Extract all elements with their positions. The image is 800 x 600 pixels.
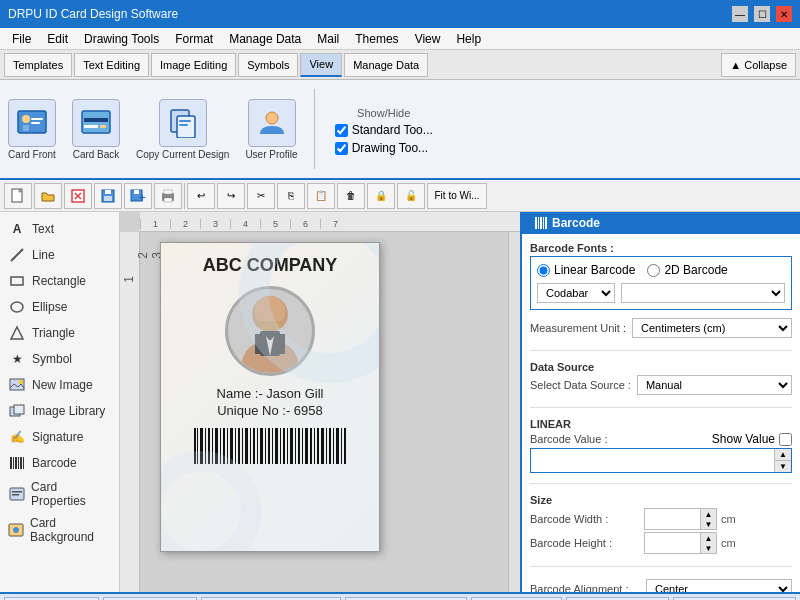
tool-new-image[interactable]: New Image bbox=[0, 372, 119, 398]
id-card-canvas[interactable]: ABC COMPANY Name :- Jason Gill Unique No… bbox=[160, 242, 380, 552]
tab-view[interactable]: View bbox=[300, 53, 342, 77]
tab-manage-data[interactable]: Manage Data bbox=[344, 53, 428, 77]
data-source-select[interactable]: Manual Database CSV bbox=[637, 375, 792, 395]
tab-text-editing[interactable]: Text Editing bbox=[74, 53, 149, 77]
drawing-toolbar-checkbox[interactable] bbox=[335, 142, 348, 155]
menu-themes[interactable]: Themes bbox=[347, 30, 406, 48]
svg-rect-73 bbox=[272, 428, 273, 464]
barcode2d-label: 2D Barcode bbox=[664, 263, 727, 277]
measurement-label: Measurement Unit : bbox=[530, 322, 626, 334]
unlock-button[interactable]: 🔓 bbox=[397, 183, 425, 209]
barcode-height-up[interactable]: ▲ bbox=[700, 533, 716, 543]
copy-button[interactable]: ⎘ bbox=[277, 183, 305, 209]
menu-format[interactable]: Format bbox=[167, 30, 221, 48]
triangle-icon bbox=[8, 324, 26, 342]
linear-barcode-option[interactable]: Linear Barcode bbox=[537, 263, 635, 277]
measurement-select[interactable]: Centimeters (cm) Inches (in) Pixels (px) bbox=[632, 318, 792, 338]
barcode-width-down[interactable]: ▼ bbox=[700, 519, 716, 529]
menu-help[interactable]: Help bbox=[448, 30, 489, 48]
lock-button[interactable]: 🔒 bbox=[367, 183, 395, 209]
minimize-button[interactable]: — bbox=[732, 6, 748, 22]
ruler-horizontal: 1 2 3 4 5 6 7 bbox=[140, 212, 520, 232]
barcode-value-input[interactable]: 6325471 bbox=[531, 449, 774, 472]
show-value-checkbox[interactable] bbox=[779, 433, 792, 446]
tab-image-editing[interactable]: Image Editing bbox=[151, 53, 236, 77]
delete-button[interactable]: 🗑 bbox=[337, 183, 365, 209]
svg-rect-64 bbox=[238, 428, 240, 464]
paste-button[interactable]: 📋 bbox=[307, 183, 335, 209]
barcode-value-up[interactable]: ▲ bbox=[775, 449, 791, 460]
standard-toolbar-checkbox[interactable] bbox=[335, 124, 348, 137]
copy-current-design-button[interactable] bbox=[159, 99, 207, 147]
menu-edit[interactable]: Edit bbox=[39, 30, 76, 48]
barcode2d-option[interactable]: 2D Barcode bbox=[647, 263, 727, 277]
menu-manage-data[interactable]: Manage Data bbox=[221, 30, 309, 48]
svg-rect-68 bbox=[253, 428, 255, 464]
tool-triangle[interactable]: Triangle bbox=[0, 320, 119, 346]
collapse-button[interactable]: ▲ Collapse bbox=[721, 53, 796, 77]
linear-font-select[interactable]: Codabar Code 128 Code 39 EAN-13 bbox=[537, 283, 615, 303]
svg-rect-93 bbox=[535, 217, 537, 229]
card-back-button[interactable] bbox=[72, 99, 120, 147]
panel-tab-barcode[interactable]: Barcode bbox=[522, 212, 800, 234]
tool-card-background[interactable]: Card Background bbox=[0, 512, 119, 548]
save-button[interactable] bbox=[94, 183, 122, 209]
menu-drawing-tools[interactable]: Drawing Tools bbox=[76, 30, 167, 48]
barcode-width-up[interactable]: ▲ bbox=[700, 509, 716, 519]
tool-text[interactable]: A Text bbox=[0, 216, 119, 242]
barcode2d-radio[interactable] bbox=[647, 264, 660, 277]
standard-toolbar-check[interactable]: Standard Too... bbox=[335, 123, 433, 137]
menu-view[interactable]: View bbox=[407, 30, 449, 48]
show-hide-area: Show/Hide Standard Too... Drawing Too... bbox=[331, 99, 437, 159]
close-button[interactable]: ✕ bbox=[776, 6, 792, 22]
tab-templates[interactable]: Templates bbox=[4, 53, 72, 77]
data-source-row: Select Data Source : Manual Database CSV bbox=[530, 375, 792, 395]
svg-rect-66 bbox=[245, 428, 248, 464]
svg-rect-7 bbox=[84, 125, 98, 128]
ruler-tick-5: 6 bbox=[290, 219, 320, 229]
tool-rectangle[interactable]: Rectangle bbox=[0, 268, 119, 294]
tool-line[interactable]: Line bbox=[0, 242, 119, 268]
size-section: Size Barcode Width : 4.892 ▲ ▼ cm Bar bbox=[530, 494, 792, 556]
alignment-select[interactable]: Center Left Right bbox=[646, 579, 792, 592]
tool-image-library[interactable]: Image Library bbox=[0, 398, 119, 424]
standard-toolbar-label: Standard Too... bbox=[352, 123, 433, 137]
ribbon-group-copy-design: Copy Current Design bbox=[136, 99, 229, 160]
svg-rect-4 bbox=[31, 122, 40, 124]
canvas-area[interactable]: 1 2 3 4 5 6 7 12345 ABC COMPANY bbox=[120, 212, 520, 592]
ribbon-group-user-profile: User Profile bbox=[245, 99, 297, 160]
tool-ellipse[interactable]: Ellipse bbox=[0, 294, 119, 320]
new-button[interactable] bbox=[4, 183, 32, 209]
barcode-value-down[interactable]: ▼ bbox=[775, 460, 791, 472]
print-button[interactable] bbox=[154, 183, 182, 209]
close-doc-button[interactable] bbox=[64, 183, 92, 209]
tool-symbol[interactable]: ★ Symbol bbox=[0, 346, 119, 372]
menu-mail[interactable]: Mail bbox=[309, 30, 347, 48]
tab-symbols[interactable]: Symbols bbox=[238, 53, 298, 77]
maximize-button[interactable]: ☐ bbox=[754, 6, 770, 22]
barcode-value-spinbtns: ▲ ▼ bbox=[774, 449, 791, 472]
svg-marker-31 bbox=[11, 327, 23, 339]
barcode-width-input[interactable]: 4.892 bbox=[645, 511, 700, 527]
tool-signature[interactable]: ✍ Signature bbox=[0, 424, 119, 450]
tool-card-properties[interactable]: Card Properties bbox=[0, 476, 119, 512]
barcode-height-down[interactable]: ▼ bbox=[700, 543, 716, 553]
svg-rect-77 bbox=[287, 428, 288, 464]
drawing-toolbar-check[interactable]: Drawing Too... bbox=[335, 141, 433, 155]
undo-button[interactable]: ↩ bbox=[187, 183, 215, 209]
redo-button[interactable]: ↪ bbox=[217, 183, 245, 209]
tool-barcode[interactable]: Barcode bbox=[0, 450, 119, 476]
user-profile-button[interactable] bbox=[248, 99, 296, 147]
open-button[interactable] bbox=[34, 183, 62, 209]
card-front-button[interactable] bbox=[8, 99, 56, 147]
barcode-height-input[interactable]: 1.000 bbox=[645, 535, 700, 551]
canvas-scrollbar[interactable] bbox=[508, 232, 520, 592]
cut-button[interactable]: ✂ bbox=[247, 183, 275, 209]
linear-barcode-radio[interactable] bbox=[537, 264, 550, 277]
save-as-button[interactable]: + bbox=[124, 183, 152, 209]
fit-to-window-button[interactable]: Fit to Wi... bbox=[427, 183, 487, 209]
barcode2d-font-select[interactable]: QR Code PDF417 bbox=[621, 283, 785, 303]
ribbon: Card Front Card Back Copy Current Design bbox=[0, 80, 800, 180]
menu-file[interactable]: File bbox=[4, 30, 39, 48]
svg-line-28 bbox=[11, 249, 23, 261]
